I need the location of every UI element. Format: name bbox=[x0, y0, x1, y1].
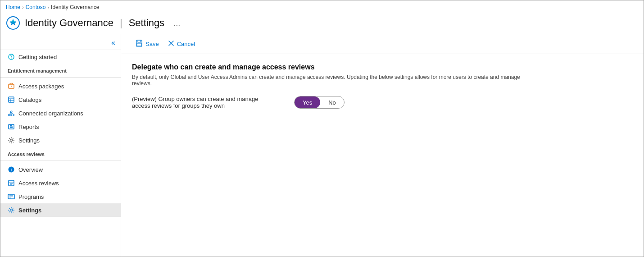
svg-point-2 bbox=[11, 58, 11, 58]
collapse-area: « bbox=[0, 36, 121, 50]
sidebar-item-getting-started[interactable]: Getting started bbox=[0, 50, 121, 64]
main-layout: « Getting started Entitlement management bbox=[0, 34, 644, 257]
sidebar-item-access-packages[interactable]: Access packages bbox=[0, 79, 121, 93]
collapse-button[interactable]: « bbox=[109, 38, 117, 48]
catalogs-icon bbox=[8, 96, 15, 103]
toggle-no[interactable]: No bbox=[320, 96, 344, 108]
sidebar-item-label: Connected organizations bbox=[18, 110, 83, 117]
section-title: Delegate who can create and manage acces… bbox=[132, 63, 633, 71]
svg-point-12 bbox=[13, 115, 14, 116]
page-title-sep: | bbox=[120, 17, 122, 29]
sidebar-item-label: Access packages bbox=[18, 83, 64, 90]
cancel-icon bbox=[168, 40, 174, 48]
cancel-button[interactable]: Cancel bbox=[164, 38, 199, 50]
svg-rect-34 bbox=[138, 40, 141, 42]
breadcrumb-contoso[interactable]: Contoso bbox=[26, 4, 46, 10]
sidebar-item-label: Catalogs bbox=[18, 96, 41, 103]
sidebar-item-label: Reports bbox=[18, 124, 39, 130]
page-title: Identity Governance bbox=[25, 17, 113, 29]
sidebar-item-label: Getting started bbox=[18, 54, 57, 60]
settings-content: Delegate who can create and manage acces… bbox=[121, 54, 644, 124]
settings-ar-icon bbox=[8, 207, 15, 214]
save-icon bbox=[136, 40, 143, 48]
svg-point-15 bbox=[11, 115, 12, 116]
sidebar-item-catalogs[interactable]: Catalogs bbox=[0, 93, 121, 106]
svg-point-10 bbox=[10, 111, 12, 113]
sidebar-item-overview[interactable]: i Overview bbox=[0, 163, 121, 176]
page-header: Identity Governance | Settings ... bbox=[0, 14, 644, 34]
breadcrumb-sep-1: › bbox=[22, 5, 24, 10]
breadcrumb: Home › Contoso › Identity Governance bbox=[0, 0, 644, 14]
sidebar: « Getting started Entitlement management bbox=[0, 34, 121, 257]
setting-row: (Preview) Group owners can create and ma… bbox=[132, 96, 633, 109]
save-button[interactable]: Save bbox=[132, 38, 163, 50]
access-reviews-icon bbox=[8, 179, 15, 187]
sidebar-item-access-reviews[interactable]: Access reviews bbox=[0, 176, 121, 190]
sidebar-item-label: Programs bbox=[18, 193, 44, 200]
content-area: Save Cancel Delegate who can create and … bbox=[121, 34, 644, 257]
sidebar-item-label: Settings bbox=[18, 137, 40, 144]
settings-entitlement-icon bbox=[8, 137, 15, 144]
svg-rect-35 bbox=[137, 43, 141, 46]
ellipsis-button[interactable]: ... bbox=[171, 18, 183, 28]
save-label: Save bbox=[145, 41, 159, 47]
svg-line-14 bbox=[11, 113, 14, 115]
sidebar-item-label: Settings bbox=[18, 207, 41, 214]
divider-1 bbox=[0, 77, 121, 78]
svg-rect-6 bbox=[9, 97, 14, 102]
sidebar-item-label: Overview bbox=[18, 166, 43, 173]
sidebar-item-connected-orgs[interactable]: Connected organizations bbox=[0, 106, 121, 120]
reports-icon bbox=[8, 123, 15, 130]
sidebar-item-programs[interactable]: Programs bbox=[0, 190, 121, 203]
access-packages-icon bbox=[8, 83, 15, 90]
toggle-yes[interactable]: Yes bbox=[295, 96, 320, 108]
svg-point-32 bbox=[10, 209, 13, 211]
setting-label: (Preview) Group owners can create and ma… bbox=[132, 96, 276, 109]
access-reviews-header: Access reviews bbox=[0, 147, 121, 159]
page-subtitle: Settings bbox=[129, 17, 165, 29]
overview-icon: i bbox=[8, 166, 15, 173]
cancel-label: Cancel bbox=[177, 41, 195, 47]
toolbar: Save Cancel bbox=[121, 34, 644, 54]
divider-2 bbox=[0, 161, 121, 161]
svg-line-13 bbox=[9, 113, 11, 115]
connected-orgs-icon bbox=[8, 110, 15, 117]
breadcrumb-current: Identity Governance bbox=[51, 4, 99, 10]
programs-icon bbox=[8, 193, 15, 200]
section-desc: By default, only Global and User Access … bbox=[132, 74, 537, 87]
svg-rect-17 bbox=[9, 124, 14, 129]
breadcrumb-sep-2: › bbox=[47, 5, 49, 10]
sidebar-item-settings-ar[interactable]: Settings bbox=[0, 203, 121, 217]
yes-no-toggle[interactable]: Yes No bbox=[294, 96, 345, 109]
sidebar-item-label: Access reviews bbox=[18, 180, 59, 187]
entitlement-management-header: Entitlement management bbox=[0, 64, 121, 75]
svg-point-11 bbox=[9, 115, 10, 116]
identity-governance-icon bbox=[6, 16, 20, 30]
breadcrumb-home[interactable]: Home bbox=[6, 4, 20, 10]
sidebar-item-reports[interactable]: Reports bbox=[0, 120, 121, 133]
app-window: Home › Contoso › Identity Governance Ide… bbox=[0, 0, 644, 257]
svg-point-21 bbox=[10, 139, 13, 142]
getting-started-icon bbox=[8, 53, 15, 60]
sidebar-item-settings-entitlement[interactable]: Settings bbox=[0, 133, 121, 147]
svg-text:i: i bbox=[11, 167, 12, 172]
svg-rect-24 bbox=[9, 180, 14, 186]
